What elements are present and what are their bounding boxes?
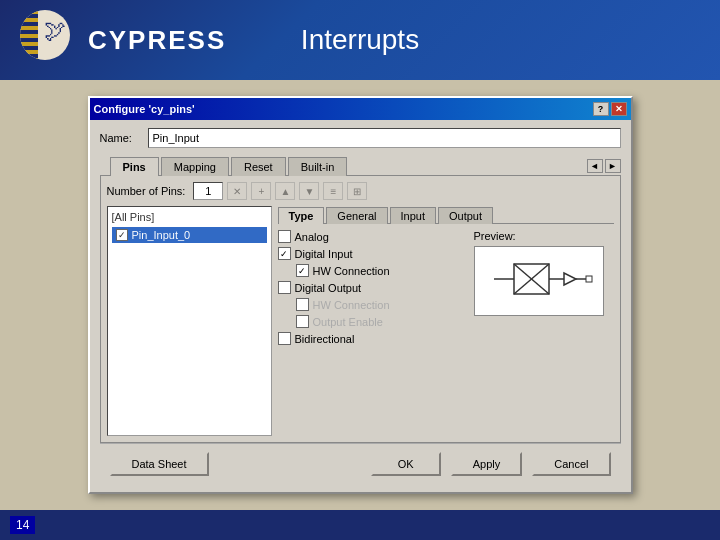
logo-stripes	[20, 10, 38, 60]
type-tab-output[interactable]: Output	[438, 207, 493, 224]
option-output-enable: Output Enable	[296, 315, 464, 328]
hw-connection-label: HW Connection	[313, 265, 390, 277]
option-bidirectional: Bidirectional	[278, 332, 464, 345]
analog-checkbox[interactable]	[278, 230, 291, 243]
type-tab-general[interactable]: General	[326, 207, 387, 224]
sort-button[interactable]: ≡	[323, 182, 343, 200]
move-up-button[interactable]: ▲	[275, 182, 295, 200]
dialog-body: Name: Pins Mapping Reset Built-in ◄ ► N	[90, 120, 631, 492]
main-content: Configure 'cy_pins' ? ✕ Name: Pins Mappi…	[0, 80, 720, 510]
tab-mapping[interactable]: Mapping	[161, 157, 229, 176]
dialog-titlebar: Configure 'cy_pins' ? ✕	[90, 98, 631, 120]
configure-dialog: Configure 'cy_pins' ? ✕ Name: Pins Mappi…	[88, 96, 633, 494]
hw-connection-checkbox[interactable]: ✓	[296, 264, 309, 277]
option-digital-output: Digital Output	[278, 281, 464, 294]
pin-tree-item[interactable]: ✓ Pin_Input_0	[112, 227, 267, 243]
preview-label: Preview:	[474, 230, 614, 242]
hw-connection-out-label: HW Connection	[313, 299, 390, 311]
output-enable-checkbox[interactable]	[296, 315, 309, 328]
add-pin-button[interactable]: +	[251, 182, 271, 200]
close-button[interactable]: ✕	[611, 102, 627, 116]
option-hw-connection: ✓ HW Connection	[296, 264, 464, 277]
type-tab-input[interactable]: Input	[390, 207, 436, 224]
logo-graphic: 🕊	[20, 10, 80, 70]
num-pins-label: Number of Pins:	[107, 185, 186, 197]
tab-pins[interactable]: Pins	[110, 157, 159, 176]
type-tab-type[interactable]: Type	[278, 207, 325, 224]
pin-right-panel: Type General Input Output Analo	[278, 206, 614, 436]
ok-button[interactable]: OK	[371, 452, 441, 476]
help-button[interactable]: ?	[593, 102, 609, 116]
options-button[interactable]: ⊞	[347, 182, 367, 200]
dialog-title: Configure 'cy_pins'	[94, 103, 195, 115]
preview-box	[474, 246, 604, 316]
data-sheet-button[interactable]: Data Sheet	[110, 452, 209, 476]
pin-tree: [All Pins] ✓ Pin_Input_0	[107, 206, 272, 436]
tab-nav-buttons: ◄ ►	[587, 159, 621, 175]
pin-item-label: Pin_Input_0	[132, 229, 191, 241]
tab-content-area: Number of Pins: ✕ + ▲ ▼ ≡ ⊞ [All Pins]	[100, 175, 621, 443]
options-list: Analog ✓ Digital Input ✓	[278, 230, 464, 436]
pins-count-input[interactable]	[193, 182, 223, 200]
pin-item-checkbox[interactable]: ✓	[116, 229, 128, 241]
type-tabs: Type General Input Output	[278, 206, 614, 224]
options-panel: Analog ✓ Digital Input ✓	[278, 230, 614, 436]
digital-input-checkbox[interactable]: ✓	[278, 247, 291, 260]
pins-toolbar: Number of Pins: ✕ + ▲ ▼ ≡ ⊞	[107, 182, 614, 200]
option-hw-connection-out: HW Connection	[296, 298, 464, 311]
analog-label: Analog	[295, 231, 329, 243]
cypress-brand-text: CYPRESS	[88, 25, 226, 56]
logo: 🕊 CYPRESS	[20, 10, 226, 70]
pins-main-panel: [All Pins] ✓ Pin_Input_0 Type General In…	[107, 206, 614, 436]
slide-number: 14	[10, 516, 35, 534]
apply-button[interactable]: Apply	[451, 452, 523, 476]
preview-panel: Preview:	[474, 230, 614, 436]
tab-nav-right[interactable]: ►	[605, 159, 621, 173]
bidirectional-label: Bidirectional	[295, 333, 355, 345]
digital-input-label: Digital Input	[295, 248, 353, 260]
name-input[interactable]	[148, 128, 621, 148]
dialog-controls: ? ✕	[593, 102, 627, 116]
svg-rect-7	[586, 276, 592, 282]
header: 🕊 CYPRESS Interrupts	[0, 0, 720, 80]
logo-bird-icon: 🕊	[44, 18, 66, 44]
name-label: Name:	[100, 132, 140, 144]
digital-output-label: Digital Output	[295, 282, 362, 294]
svg-marker-5	[564, 273, 576, 285]
tab-builtin[interactable]: Built-in	[288, 157, 348, 176]
dialog-footer: Data Sheet OK Apply Cancel	[100, 443, 621, 484]
option-analog: Analog	[278, 230, 464, 243]
move-down-button[interactable]: ▼	[299, 182, 319, 200]
bottom-bar: 14	[0, 510, 720, 540]
option-digital-input: ✓ Digital Input	[278, 247, 464, 260]
output-enable-label: Output Enable	[313, 316, 383, 328]
cancel-button[interactable]: Cancel	[532, 452, 610, 476]
digital-output-checkbox[interactable]	[278, 281, 291, 294]
page-title: Interrupts	[301, 24, 419, 56]
tabs-row: Pins Mapping Reset Built-in ◄ ►	[100, 156, 621, 175]
pin-tree-header: [All Pins]	[112, 211, 267, 223]
delete-pin-button[interactable]: ✕	[227, 182, 247, 200]
logo-circle: 🕊	[20, 10, 70, 60]
tab-reset[interactable]: Reset	[231, 157, 286, 176]
name-row: Name:	[100, 128, 621, 148]
bidirectional-checkbox[interactable]	[278, 332, 291, 345]
hw-connection-out-checkbox[interactable]	[296, 298, 309, 311]
tab-nav-left[interactable]: ◄	[587, 159, 603, 173]
preview-component	[484, 249, 594, 313]
